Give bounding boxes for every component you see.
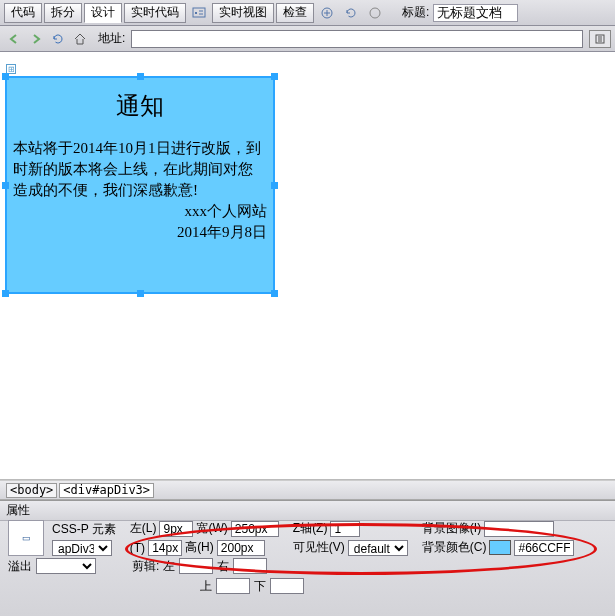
tag-body[interactable]: <body> [6, 483, 57, 498]
refresh-icon[interactable] [340, 3, 362, 23]
width-input[interactable] [231, 521, 279, 537]
vis-label: 可见性(V) [293, 539, 345, 556]
visibility-select[interactable]: default [348, 540, 408, 556]
top-input[interactable] [148, 540, 182, 556]
clip-right-label: 右 [217, 558, 229, 575]
reload-icon[interactable] [48, 29, 68, 49]
tab-design[interactable]: 设计 [84, 3, 122, 23]
apdiv-content[interactable]: 通知 本站将于2014年10月1日进行改版，到时新的版本将会上线，在此期间对您造… [7, 78, 273, 292]
clip-bottom-input[interactable] [270, 578, 304, 594]
tag-apdiv[interactable]: <div#apDiv3> [59, 483, 154, 498]
cssp-label: CSS-P 元素 [52, 521, 116, 538]
height-label: 高(H) [185, 539, 214, 556]
notice-title: 通知 [13, 90, 267, 124]
back-icon[interactable] [4, 29, 24, 49]
resize-handle-bl[interactable] [2, 290, 9, 297]
live-code-icon[interactable] [188, 3, 210, 23]
mode-toolbar: 代码 拆分 设计 实时代码 实时视图 检查 标题: [0, 0, 615, 26]
width-label: 宽(W) [196, 520, 227, 537]
z-input[interactable] [330, 521, 360, 537]
address-label: 地址: [98, 30, 125, 47]
properties-panel: 属性 ▭ CSS-P 元素 apDiv3 左(L) 宽(W) (T) [0, 500, 615, 616]
resize-handle-tl[interactable] [2, 73, 9, 80]
left-input[interactable] [159, 521, 193, 537]
element-id-select[interactable]: apDiv3 [52, 540, 112, 556]
resize-handle-bm[interactable] [137, 290, 144, 297]
tab-inspect[interactable]: 检查 [276, 3, 314, 23]
doc-title-input[interactable] [433, 4, 518, 22]
height-input[interactable] [217, 540, 265, 556]
bgcolor-label: 背景颜色(C) [422, 539, 487, 556]
address-input[interactable] [131, 30, 583, 48]
go-button[interactable] [589, 30, 611, 48]
clip-right-input[interactable] [233, 558, 267, 574]
design-canvas[interactable]: ⊞ 通知 本站将于2014年10月1日进行改版，到时新的版本将会上线，在此期间对… [0, 52, 615, 480]
tag-selector-bar: <body> <div#apDiv3> [0, 480, 615, 500]
bgcolor-input[interactable] [514, 540, 574, 556]
overflow-label: 溢出 [8, 558, 32, 575]
resize-handle-mr[interactable] [271, 182, 278, 189]
clip-left-label: 左 [163, 558, 175, 575]
notice-signature-2: 2014年9月8日 [13, 222, 267, 243]
title-label: 标题: [402, 4, 429, 21]
tab-live-code[interactable]: 实时代码 [124, 3, 186, 23]
resize-handle-tm[interactable] [137, 73, 144, 80]
resize-handle-br[interactable] [271, 290, 278, 297]
home-icon[interactable] [70, 29, 90, 49]
visual-aids-icon[interactable] [364, 3, 386, 23]
clip-left-input[interactable] [179, 558, 213, 574]
clip-top-label: 上 [200, 578, 212, 595]
left-label: 左(L) [130, 520, 157, 537]
resize-handle-ml[interactable] [2, 182, 9, 189]
tab-code[interactable]: 代码 [4, 3, 42, 23]
clip-top-input[interactable] [216, 578, 250, 594]
tab-live-view[interactable]: 实时视图 [212, 3, 274, 23]
element-thumb-icon: ▭ [8, 520, 44, 556]
forward-icon[interactable] [26, 29, 46, 49]
options-icon[interactable] [316, 3, 338, 23]
svg-point-2 [370, 8, 380, 18]
z-label: Z轴(Z) [293, 520, 328, 537]
bgimg-label: 背景图像(I) [422, 520, 481, 537]
top-label: (T) [130, 541, 145, 555]
tab-split[interactable]: 拆分 [44, 3, 82, 23]
bgcolor-swatch[interactable] [489, 540, 511, 555]
notice-signature-1: xxx个人网站 [13, 201, 267, 222]
bgimg-input[interactable] [484, 521, 554, 537]
properties-header[interactable]: 属性 [0, 501, 615, 521]
overflow-select[interactable] [36, 558, 96, 574]
resize-handle-tr[interactable] [271, 73, 278, 80]
address-bar: 地址: [0, 26, 615, 52]
notice-body: 本站将于2014年10月1日进行改版，到时新的版本将会上线，在此期间对您造成的不… [13, 138, 267, 201]
apdiv-selection[interactable]: 通知 本站将于2014年10月1日进行改版，到时新的版本将会上线，在此期间对您造… [5, 76, 275, 294]
clip-bottom-label: 下 [254, 578, 266, 595]
clip-label: 剪辑: [132, 558, 159, 575]
